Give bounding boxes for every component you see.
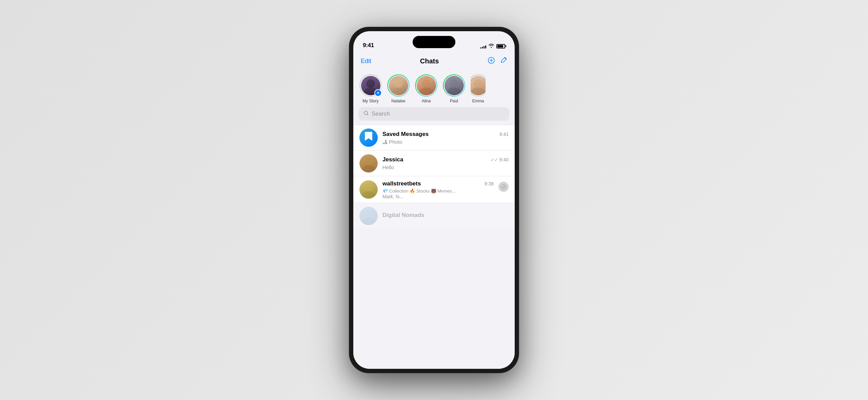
- search-input[interactable]: Search: [372, 111, 390, 117]
- chat-time: 9:38: [485, 181, 494, 186]
- chat-content: Digital Nomads: [382, 212, 509, 220]
- new-group-button[interactable]: [488, 57, 495, 66]
- search-bar[interactable]: Search: [359, 107, 509, 121]
- chat-item-digital-nomads[interactable]: Digital Nomads: [353, 203, 515, 229]
- story-label: Emma: [472, 99, 484, 103]
- page-title: Chats: [420, 57, 439, 65]
- story-my-story[interactable]: + My Story: [359, 74, 382, 103]
- chat-time: ✓✓ 9:40: [491, 157, 509, 162]
- chat-name: Digital Nomads: [382, 212, 425, 219]
- story-label: Alina: [422, 99, 431, 103]
- phone-wrapper: 9:41: [349, 27, 519, 373]
- chat-item-jessica[interactable]: Jessica ✓✓ 9:40 Hello: [353, 151, 515, 176]
- chat-fade-overlay: [353, 328, 515, 369]
- edit-button[interactable]: Edit: [361, 58, 371, 65]
- phone-screen: 9:41: [353, 31, 515, 369]
- chat-item-wallstreetbets[interactable]: wallstreetbets 9:38 💎 Collection 🔥 Stock…: [353, 176, 515, 203]
- story-paul[interactable]: Paul: [443, 74, 465, 103]
- wallstreetbets-avatar: [359, 180, 378, 199]
- digital-nomads-avatar: [359, 207, 378, 225]
- wsb-action-icon: [498, 182, 509, 192]
- story-natalee[interactable]: Natalee: [387, 74, 410, 103]
- chat-list: Saved Messages 9:41 🏞 Photo: [353, 125, 515, 369]
- story-label: Natalee: [391, 99, 405, 103]
- signal-icon: [480, 44, 486, 48]
- chat-preview: 🏞 Photo: [382, 139, 509, 145]
- chat-preview-sender: Mark: hi...: [382, 194, 494, 199]
- status-time: 9:41: [363, 42, 374, 49]
- read-checkmark-icon: ✓✓: [491, 157, 498, 162]
- story-alina[interactable]: Alina: [415, 74, 437, 103]
- compose-button[interactable]: [500, 57, 507, 66]
- svg-point-2: [501, 185, 506, 189]
- status-icons: [480, 43, 505, 49]
- chat-name: wallstreetbets: [382, 180, 421, 187]
- add-story-button[interactable]: +: [374, 89, 382, 97]
- chat-name: Saved Messages: [382, 131, 429, 138]
- nav-bar: Edit Chats: [353, 52, 515, 71]
- chat-content: Saved Messages 9:41 🏞 Photo: [382, 131, 509, 145]
- story-emma[interactable]: Emma: [471, 74, 486, 103]
- wifi-icon: [489, 43, 494, 49]
- chat-content: wallstreetbets 9:38 💎 Collection 🔥 Stock…: [382, 180, 494, 199]
- search-icon: [363, 111, 369, 117]
- chat-preview-tags: 💎 Collection 🔥 Stocks 🐻 Memes...: [382, 188, 494, 194]
- jessica-avatar: [359, 154, 378, 173]
- chat-time: 9:41: [499, 132, 509, 137]
- nav-actions: [488, 57, 507, 66]
- story-label: My Story: [362, 99, 378, 103]
- scene: 9:41: [0, 0, 868, 400]
- saved-messages-avatar: [359, 128, 378, 147]
- chat-preview: Hello: [382, 164, 509, 170]
- chat-name: Jessica: [382, 156, 403, 163]
- stories-row: + My Story Natalee: [353, 71, 515, 107]
- story-label: Paul: [450, 99, 458, 103]
- battery-icon: [496, 44, 505, 48]
- chat-item-saved-messages[interactable]: Saved Messages 9:41 🏞 Photo: [353, 125, 515, 151]
- bookmark-icon: [364, 131, 373, 144]
- chat-content: Jessica ✓✓ 9:40 Hello: [382, 156, 509, 170]
- dynamic-island: [413, 36, 455, 48]
